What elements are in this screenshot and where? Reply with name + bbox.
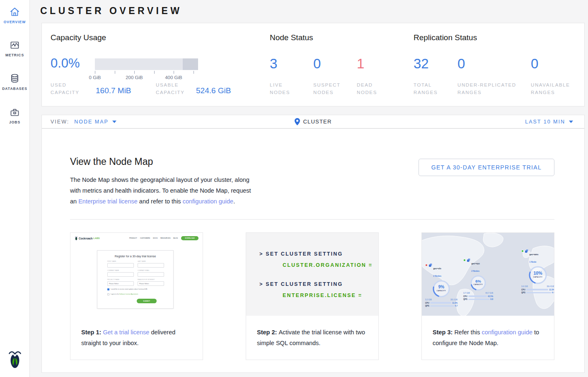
mini-field-label: PROJECT PHASE [107, 279, 134, 280]
mini-nav-item: CUSTOMERS [140, 237, 150, 239]
under-replicated-count: 0 [457, 56, 465, 72]
mini-cockroach-icon [75, 236, 78, 241]
mini-input [107, 272, 134, 277]
mini-submit-button: SUBMIT [137, 299, 157, 303]
mini-brand-name: Cockroach [79, 237, 93, 240]
mini-checkbox-label: I agree to the [111, 293, 120, 295]
view-bar: VIEW: NODE MAP CLUSTER LAST 10 MIN [41, 115, 585, 128]
home-icon [9, 7, 20, 17]
sidebar-item-label: METRICS [0, 53, 29, 57]
briefcase-icon [9, 107, 20, 118]
sidebar-item-overview[interactable]: OVERVIEW [0, 7, 29, 24]
description-text: . [233, 198, 235, 205]
get-enterprise-trial-button[interactable]: GET A 30-DAY ENTERPRISE TRIAL [419, 159, 554, 176]
mini-nav-item: DOCS [153, 237, 157, 239]
mini-input [138, 263, 164, 268]
nodes-icon [429, 263, 432, 267]
unavailable-count: 0 [531, 56, 538, 72]
mini-input [107, 263, 134, 268]
qps-label: QPS [463, 298, 467, 300]
capacity-bar-available [95, 58, 183, 70]
usable-capacity-label: USABLE CAPACITY [156, 81, 191, 96]
map-region-nyc: geo=nyc2 Nodes 6% CAPACITY 3.7 GiB65.7 G… [463, 259, 493, 300]
time-range-value: LAST 10 MIN [525, 119, 565, 125]
total-gib: 351 GiB [450, 299, 457, 301]
dead-nodes-label: DEAD NODES [357, 81, 389, 96]
capacity-percent: 9% [432, 285, 450, 289]
mini-field-label: FIRST NAME [107, 261, 134, 262]
capacity-bar-chart [95, 58, 198, 70]
region-node-count: 2 Nodes [472, 270, 479, 272]
sidebar-item-databases[interactable]: DATABASES [0, 73, 29, 91]
cpu-label: CPU [463, 295, 467, 297]
mini-checkbox-label: I would like to receive email updates ab… [111, 288, 148, 290]
node-map-description: The Node Map shows the geographical layo… [70, 174, 257, 207]
time-range-selector[interactable]: LAST 10 MIN [525, 119, 573, 125]
step1-screenshot: Cockroach LABS PRODUCT CUSTOMERS DOCS RE… [70, 233, 203, 316]
description-text: and refer to this [138, 198, 183, 205]
cockroach-icon [7, 350, 23, 370]
replication-status-title: Replication Status [414, 33, 477, 42]
usable-capacity-value: 524.6 GiB [196, 86, 231, 95]
step3-caption: Step 3: Refer this configuration guide t… [422, 316, 554, 348]
axis-tick-label: 0 GiB [89, 75, 101, 80]
mini-field-label: COMPANY NAME [107, 270, 134, 271]
view-label: VIEW: [51, 119, 69, 125]
cpu-bar [468, 295, 487, 297]
step3-card: geo=sfo2 Nodes 9% CAPACITY 3.2 GiB351 Gi… [421, 232, 554, 360]
configuration-guide-link[interactable]: configuration guide [183, 198, 234, 205]
cpu-label: CPU [425, 302, 429, 304]
dead-nodes-count: 1 [357, 56, 364, 72]
qps-value: 4.7 [455, 305, 457, 307]
qps-bar [468, 299, 490, 300]
chevron-down-icon [569, 121, 573, 123]
used-capacity-label: USED CAPACITY [51, 81, 86, 96]
capacity-label: CAPACITY [470, 284, 486, 285]
mini-select: Please Select [138, 281, 164, 286]
sidebar-item-label: JOBS [0, 120, 29, 124]
mini-field-label: LAST NAME [138, 261, 164, 262]
mini-field-label: COMPANY EMAIL [138, 270, 164, 271]
under-replicated-label: UNDER-REPLICATED RANGES [457, 81, 524, 96]
used-gib: 3.2 GiB [425, 299, 432, 301]
axis-tick-label: 200 GiB [126, 75, 143, 80]
view-selector[interactable]: NODE MAP [74, 119, 116, 125]
region-name: geo=nyc [472, 262, 480, 265]
step3-label: Step 3: [433, 329, 454, 336]
qps-label: QPS [521, 292, 525, 294]
mini-input [138, 272, 164, 277]
mini-license-link: Software License Agreement. [119, 293, 138, 295]
total-gib: 65.7 GiB [486, 292, 493, 294]
database-icon [9, 73, 20, 84]
step3-node-map-preview: geo=sfo2 Nodes 9% CAPACITY 3.2 GiB351 Gi… [422, 233, 554, 316]
sidebar-item-jobs[interactable]: JOBS [0, 107, 29, 124]
sidebar-item-label: OVERVIEW [0, 20, 29, 24]
qps-bar [526, 292, 551, 294]
mini-brand: Cockroach LABS [75, 236, 100, 241]
enterprise-trial-license-link[interactable]: Enterprise trial license [78, 198, 138, 205]
breadcrumb: CLUSTER [294, 118, 332, 126]
sql-command: > SET CLUSTER SETTING [259, 251, 378, 257]
mini-field-label: REASON FOR INTEREST [138, 279, 164, 280]
get-trial-license-link[interactable]: Get a trial license [103, 329, 149, 336]
steps-row: Cockroach LABS PRODUCT CUSTOMERS DOCS RE… [70, 232, 554, 360]
cluster-summary-panel: Capacity Usage 0.0% 0 GiB 200 GiB 400 Gi… [41, 23, 585, 106]
total-ranges-count: 32 [414, 56, 429, 72]
sidebar-item-metrics[interactable]: METRICS [0, 40, 29, 57]
live-nodes-label: LIVE NODES [270, 81, 302, 96]
step1-caption: Step 1: Get a trial license delivered st… [70, 316, 203, 348]
status-dot [425, 264, 428, 266]
location-pin-icon [294, 118, 300, 126]
sidebar-item-label: DATABASES [0, 87, 29, 91]
capacity-used-percent: 0.0% [51, 56, 80, 71]
region-node-count: 1 Node [530, 261, 537, 263]
metrics-icon [9, 40, 20, 51]
nodes-icon [467, 259, 470, 262]
step3-text: Refer this [454, 329, 482, 336]
region-node-count: 2 Nodes [433, 275, 441, 277]
configuration-guide-link[interactable]: configuration guide [482, 329, 532, 336]
mini-nav-item: RESOURCES [160, 237, 170, 239]
step2-caption: Step 2: Activate the trial license with … [246, 316, 378, 348]
step2-code-snippet: > SET CLUSTER SETTING CLUSTER.ORGANIZATI… [246, 233, 378, 316]
node-status-title: Node Status [270, 33, 313, 42]
